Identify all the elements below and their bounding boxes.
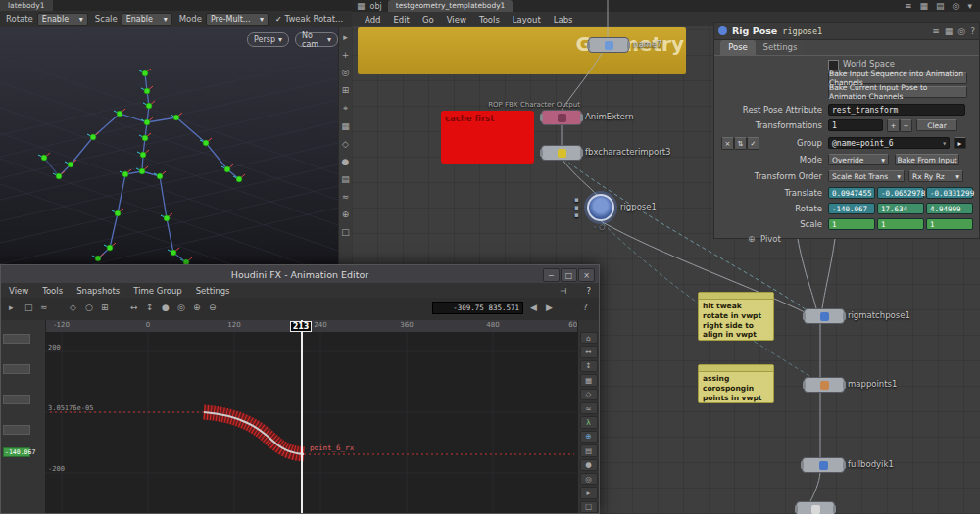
viewport-tool-icon[interactable]: □: [341, 227, 350, 237]
node-animextern[interactable]: [541, 110, 582, 125]
sticky-note-cache[interactable]: cache first: [441, 111, 534, 164]
tab-settings[interactable]: Settings: [758, 40, 803, 55]
translate-z-field[interactable]: -0.0331299: [926, 187, 973, 199]
add-transform-button[interactable]: +: [887, 119, 900, 132]
box-select-tool-icon[interactable]: □: [24, 303, 33, 312]
grid-toggle-icon[interactable]: ▦: [580, 374, 598, 386]
pan-v-icon[interactable]: ↕: [146, 303, 154, 312]
channel-value-box[interactable]: [3, 395, 30, 404]
channel-value-box[interactable]: [3, 425, 30, 435]
snap-grid-icon[interactable]: ⊞: [101, 303, 109, 312]
minimize-button[interactable]: ─: [543, 268, 560, 282]
menu-snapshots[interactable]: Snapshots: [76, 286, 120, 296]
viewport-tool-icon[interactable]: ▤: [341, 174, 350, 184]
bake-current-button[interactable]: Bake Current Input Pose to Animation Cha…: [828, 86, 967, 98]
layers-icon[interactable]: ▤: [580, 444, 598, 456]
smooth-icon[interactable]: ≈: [580, 402, 598, 414]
panel-node-name[interactable]: rigpose1: [782, 26, 822, 36]
viewport-tool-icon[interactable]: ▦: [341, 121, 350, 131]
target-icon[interactable]: ◎: [177, 303, 185, 312]
tab-pose[interactable]: Pose: [720, 40, 756, 55]
close-button[interactable]: ×: [578, 268, 595, 282]
menu-view[interactable]: View: [9, 286, 28, 296]
expression-icon[interactable]: λ: [580, 416, 598, 428]
node-name7[interactable]: [588, 37, 629, 53]
node-partial-bottom[interactable]: [796, 501, 835, 514]
tangent-tool-icon[interactable]: ○: [85, 303, 93, 312]
viewport-tool-icon[interactable]: ⊕: [342, 210, 350, 219]
rotate-enable-dropdown[interactable]: Enable▾: [37, 13, 88, 26]
scale-enable-dropdown[interactable]: Enable▾: [122, 13, 172, 26]
remove-transform-button[interactable]: −: [900, 119, 912, 132]
node-mappoints[interactable]: [804, 377, 845, 393]
target-icon[interactable]: ◎: [957, 26, 965, 36]
mode-dropdown[interactable]: Override ▾: [828, 154, 889, 165]
zoom-out-icon[interactable]: ⊖: [209, 303, 217, 312]
viewport-tool-icon[interactable]: ◎: [342, 68, 350, 77]
viewport-tool-icon[interactable]: ⌖: [343, 103, 348, 114]
stop-icon[interactable]: □: [580, 501, 598, 513]
rotate-z-field[interactable]: 4.94999: [926, 203, 973, 214]
help-icon[interactable]: ?: [586, 286, 591, 296]
tweak-rotate-checkbox[interactable]: ✓: [275, 15, 282, 23]
playhead[interactable]: [301, 320, 303, 513]
target-icon[interactable]: ◎: [580, 473, 598, 485]
pin-icon[interactable]: ⊣: [560, 286, 566, 296]
bake-from-input-button[interactable]: Bake From Input: [895, 154, 959, 165]
clear-button[interactable]: Clear: [916, 119, 957, 131]
layout-icon[interactable]: ▦: [945, 26, 954, 36]
menu-icon[interactable]: ≡: [932, 26, 940, 36]
graph-area[interactable]: [45, 332, 579, 513]
pan-h-icon[interactable]: ↔: [130, 303, 138, 312]
scene-viewport[interactable]: Persp▾ No cam▾: [0, 27, 338, 274]
channel-value-box[interactable]: [3, 334, 30, 344]
curve-tool-icon[interactable]: ≈: [40, 303, 48, 312]
chevron-down-icon[interactable]: ▾: [942, 138, 947, 149]
play-icon[interactable]: ▸: [580, 487, 598, 498]
rest-pose-field[interactable]: rest_transform: [828, 104, 965, 116]
pointer-tool-icon[interactable]: ▸: [9, 303, 14, 312]
translate-x-field[interactable]: 0.0947455: [828, 187, 875, 199]
rotate-x-field[interactable]: -140.067: [828, 203, 875, 214]
keyframe-icon[interactable]: ●: [162, 303, 170, 312]
prev-key-icon[interactable]: ◀: [530, 303, 537, 312]
translate-y-field[interactable]: -0.0652978: [877, 187, 924, 199]
group-select-arrow-button[interactable]: ▸: [954, 137, 966, 149]
key-tool-icon[interactable]: ◇: [70, 303, 76, 312]
home-view-icon[interactable]: ⌂: [580, 332, 598, 344]
viewport-tool-icon[interactable]: ⊞: [342, 85, 350, 95]
fit-h-icon[interactable]: ↔: [580, 346, 598, 357]
help-icon[interactable]: ?: [970, 26, 975, 36]
menu-settings[interactable]: Settings: [196, 286, 230, 296]
scale-z-field[interactable]: 1: [926, 218, 973, 230]
group-field[interactable]: @name=point_6 ▾: [828, 137, 950, 149]
dot-icon[interactable]: ●: [580, 459, 598, 471]
persp-camera-menu[interactable]: Persp▾: [247, 32, 289, 47]
pivot-expand-icon[interactable]: ⊕: [748, 234, 756, 244]
channel-current-value[interactable]: -140.067: [3, 447, 30, 457]
maximize-button[interactable]: □: [561, 268, 577, 282]
add-key-icon[interactable]: ⊕: [580, 431, 598, 443]
menu-tools[interactable]: Tools: [42, 286, 63, 296]
mode-dropdown[interactable]: Pre-Mult...▾: [206, 13, 269, 26]
node-flag-icons[interactable]: ▪▪▪: [574, 196, 579, 219]
node-rigmatchpose[interactable]: [804, 308, 845, 324]
sticky-note-points[interactable]: assing corospongin points in vwpt: [698, 364, 774, 403]
viewport-tab[interactable]: latebody1: [0, 0, 53, 11]
menu-time-group[interactable]: Time Group: [133, 286, 181, 296]
help-icon[interactable]: ?: [583, 303, 588, 312]
channel-value-box[interactable]: [3, 364, 30, 374]
transformations-field[interactable]: 1: [828, 119, 883, 131]
scale-y-field[interactable]: 1: [877, 218, 924, 230]
viewport-tool-icon[interactable]: ◇: [342, 139, 349, 149]
scale-x-field[interactable]: 1: [828, 218, 875, 230]
camera-select-menu[interactable]: No cam▾: [295, 32, 338, 47]
sticky-note-tweak[interactable]: hit tweak rotate in vwpt right side to a…: [698, 292, 774, 341]
node-rigpose-selected[interactable]: [587, 194, 614, 221]
viewport-tool-icon[interactable]: +: [342, 50, 350, 60]
node-fullbodyik[interactable]: [802, 457, 845, 473]
transform-order-dropdown[interactable]: Scale Rot Trans ▾: [828, 170, 905, 182]
rotate-y-field[interactable]: 17.634: [877, 203, 924, 214]
rotate-order-dropdown[interactable]: Rx Ry Rz ▾: [908, 170, 963, 182]
node-fbxcharacterimport[interactable]: [541, 145, 582, 161]
